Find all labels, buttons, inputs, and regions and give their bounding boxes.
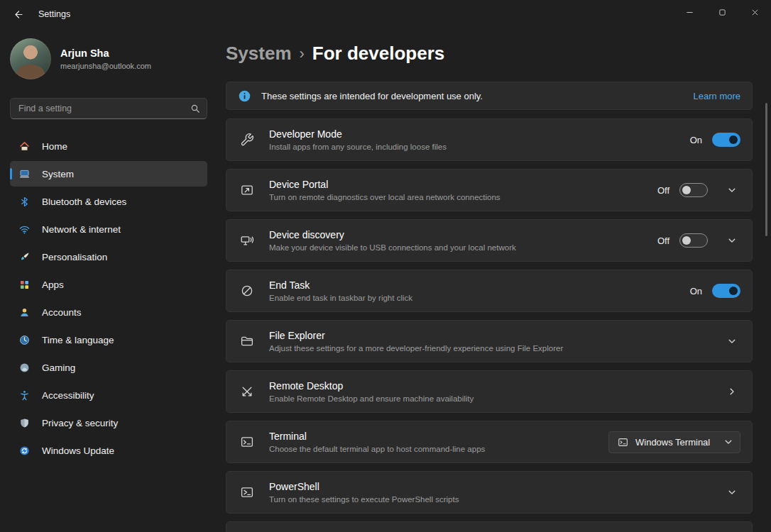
network-icon [18,223,31,235]
titlebar: Settings [0,0,771,28]
search-box[interactable] [10,98,207,119]
setting-description: Enable end task in taskbar by right clic… [269,294,412,302]
sidebar-item-network-internet[interactable]: Network & internet [10,216,207,242]
maximize-button[interactable] [706,0,738,24]
powershell-icon [239,484,255,500]
chevron-down-icon[interactable] [723,488,740,497]
setting-description: Make your device visible to USB connecti… [269,243,516,252]
setting-title: File Explorer [269,330,563,341]
sidebar-item-bluetooth-devices[interactable]: Bluetooth & devices [10,189,207,214]
card-file-explorer[interactable]: File Explorer Adjust these settings for … [226,320,753,362]
sidebar-item-system[interactable]: System [10,161,207,187]
dropdown-value: Windows Terminal [635,437,710,448]
user-email: mearjunsha@outlook.com [60,62,151,70]
privacy-icon [18,417,31,429]
apps-icon [18,279,31,291]
device-discovery-toggle[interactable] [679,233,708,248]
search-icon [190,104,200,113]
developer-mode-icon [239,132,255,148]
minimize-button[interactable] [673,0,706,24]
sidebar-item-label: Bluetooth & devices [42,196,126,207]
card-remote-desktop[interactable]: Remote Desktop Enable Remote Desktop and… [226,370,753,413]
user-profile[interactable]: Arjun Sha mearjunsha@outlook.com [10,38,207,79]
card-terminal[interactable]: Terminal Choose the default terminal app… [226,421,753,463]
sidebar-item-home[interactable]: Home [10,133,207,159]
windows-update-icon [18,445,31,457]
sidebar-item-time-language[interactable]: Time & language [10,327,207,353]
avatar [10,38,51,79]
banner-text: These settings are intended for developm… [261,91,483,101]
chevron-down-icon [724,438,733,446]
card-device-discovery[interactable]: Device discovery Make your device visibl… [226,219,753,262]
sidebar-item-privacy-security[interactable]: Privacy & security [10,410,207,436]
card-developer-mode[interactable]: Developer Mode Install apps from any sou… [226,118,753,161]
card-end-task[interactable]: End Task Enable end task in taskbar by r… [226,270,753,312]
setting-title: Device Portal [269,179,501,190]
sidebar-item-accessibility[interactable]: Accessibility [10,382,207,408]
card-powershell[interactable]: PowerShell Turn on these settings to exe… [226,471,753,514]
terminal-mini-icon [618,437,628,448]
minimize-icon [686,9,694,16]
remote-desktop-icon [239,384,255,399]
user-name: Arjun Sha [60,48,151,59]
back-button[interactable] [6,4,31,25]
chevron-down-icon[interactable] [723,337,740,345]
info-banner: These settings are intended for developm… [226,82,753,110]
home-icon [18,140,31,153]
sidebar-item-label: Home [42,141,67,152]
card-next-partial[interactable] [226,521,753,532]
breadcrumb-root[interactable]: System [226,43,292,65]
setting-controls: Off [657,183,740,197]
sidebar-item-label: Personalisation [42,252,107,262]
setting-description: Turn on these settings to execute PowerS… [269,495,459,504]
setting-title: End Task [269,279,412,291]
setting-description: Enable Remote Desktop and ensure machine… [269,394,474,403]
setting-title: Device discovery [269,229,516,240]
search-input[interactable] [18,104,190,113]
system-icon [18,168,31,180]
sidebar-item-label: Accounts [42,307,82,318]
sidebar-item-label: Accessibility [42,390,94,401]
close-icon [751,9,759,16]
chevron-down-icon[interactable] [723,186,740,194]
learn-more-link[interactable]: Learn more [694,91,740,101]
toggle-state-label: Off [657,185,669,196]
breadcrumb-separator: › [300,43,305,63]
window-controls [673,0,771,24]
sidebar-item-gaming[interactable]: Gaming [10,355,207,380]
sidebar-item-accounts[interactable]: Accounts [10,299,207,325]
card-device-portal[interactable]: Device Portal Turn on remote diagnostics… [226,169,753,211]
sidebar-item-apps[interactable]: Apps [10,272,207,297]
sidebar: Arjun Sha mearjunsha@outlook.com Home Sy… [0,28,216,532]
info-icon [238,89,251,103]
setting-controls: Windows Terminal [608,431,740,453]
page-title: For developers [312,43,444,65]
settings-card-list: Developer Mode Install apps from any sou… [226,118,753,532]
file-explorer-icon [239,333,255,349]
toggle-state-label: On [690,286,702,297]
app-title: Settings [38,9,70,19]
sidebar-item-windows-update[interactable]: Windows Update [10,438,207,463]
end-task-icon [239,283,255,299]
setting-title: Developer Mode [269,128,447,140]
personalisation-icon [18,251,31,263]
chevron-down-icon[interactable] [723,236,740,245]
scrollbar[interactable] [765,103,767,236]
setting-controls [718,387,740,396]
toggle-state-label: Off [657,235,669,246]
device-portal-toggle[interactable] [679,183,708,197]
setting-title: PowerShell [269,481,459,492]
setting-controls: On [690,133,740,147]
end-task-toggle[interactable] [712,284,740,298]
setting-description: Install apps from any source, including … [269,143,447,151]
setting-controls: On [690,284,740,298]
back-icon [13,9,24,20]
setting-description: Turn on remote diagnostics over local ar… [269,193,501,201]
close-button[interactable] [738,0,771,24]
sidebar-item-personalisation[interactable]: Personalisation [10,244,207,270]
developer-mode-toggle[interactable] [712,133,740,147]
sidebar-item-label: Apps [42,279,64,290]
accounts-icon [18,306,31,318]
setting-controls: Off [657,233,740,248]
terminal-dropdown[interactable]: Windows Terminal [608,431,740,453]
